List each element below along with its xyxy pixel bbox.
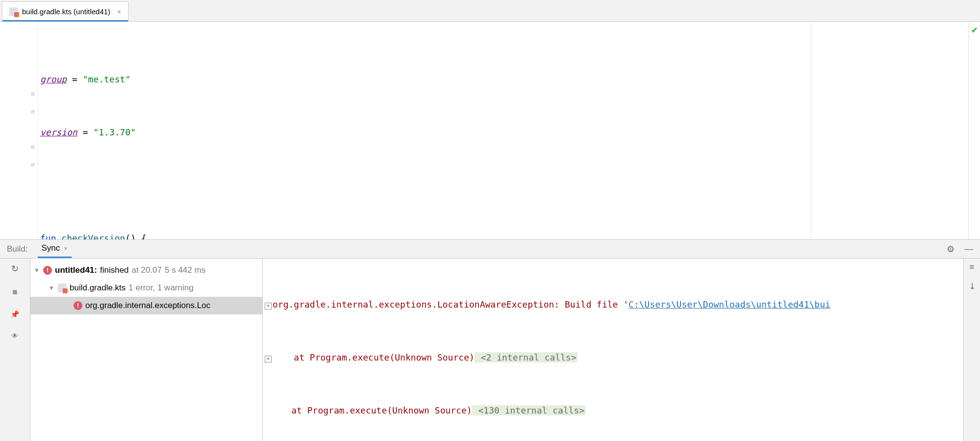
code-line: version = "1.3.70"	[40, 124, 980, 141]
internal-calls-badge: <2 internal calls>	[475, 352, 578, 363]
minimize-panel-icon[interactable]: —	[964, 244, 973, 254]
code-line: group = "me.test"	[40, 71, 980, 88]
expand-icon[interactable]: +	[265, 303, 272, 310]
inspection-gutter[interactable]: ✔	[968, 22, 980, 239]
file-link[interactable]: C:\Users\User\Downloads\untitled41\bui	[628, 299, 830, 310]
right-margin-line	[811, 22, 811, 239]
build-panel-header: Build: Sync × ⚙ —	[0, 240, 980, 259]
fold-handle-icon[interactable]: ⊟	[31, 162, 37, 168]
editor-area: ⊟ ⊟ ⊟ ⊟ group = "me.test" version = "1.3…	[0, 22, 980, 240]
code-line: fun checkVersion() {	[40, 230, 980, 239]
chevron-down-icon[interactable]: ▼	[33, 267, 40, 274]
console-line: +org.gradle.internal.exceptions.Location…	[263, 296, 963, 313]
subtab-close-icon[interactable]: ×	[64, 245, 68, 252]
editor-gutter: ⊟ ⊟ ⊟ ⊟	[0, 22, 38, 239]
tree-file-summary: 1 error, 1 warning	[128, 283, 193, 293]
console-line: at Program.execute(Unknown Source) <130 …	[263, 402, 963, 419]
kotlin-file-icon	[9, 7, 18, 16]
tab-title: build.gradle.kts (untitled41)	[22, 7, 110, 16]
pin-icon[interactable]: 📌	[10, 310, 20, 319]
build-console[interactable]: +org.gradle.internal.exceptions.Location…	[263, 259, 963, 441]
stop-icon[interactable]: ■	[12, 287, 18, 297]
subtab-label: Sync	[42, 243, 60, 253]
tree-file-name: build.gradle.kts	[70, 283, 126, 293]
build-label: Build:	[7, 244, 28, 254]
tree-root-duration: 5 s 442 ms	[165, 265, 205, 275]
tab-close-icon[interactable]: ×	[117, 8, 121, 16]
fold-handle-icon[interactable]: ⊟	[31, 91, 37, 97]
editor-tabbar: build.gradle.kts (untitled41) ×	[0, 0, 980, 22]
refresh-icon[interactable]: ↻	[11, 263, 19, 274]
fold-handle-icon[interactable]: ⊟	[31, 109, 37, 115]
code-editor[interactable]: group = "me.test" version = "1.3.70" fun…	[38, 22, 980, 239]
error-badge-icon: !	[43, 266, 52, 275]
tree-root-status: finished	[100, 265, 129, 275]
chevron-down-icon[interactable]: ▼	[48, 285, 55, 291]
scroll-to-end-icon[interactable]: ⤓	[969, 281, 976, 291]
soft-wrap-icon[interactable]: ≡	[970, 262, 975, 272]
build-tree[interactable]: ▼ ! untitled41: finished at 20.07 5 s 44…	[30, 259, 263, 441]
error-badge-icon: !	[74, 301, 82, 310]
tree-row-file[interactable]: ▼ build.gradle.kts 1 error, 1 warning	[30, 279, 262, 297]
tree-row-root[interactable]: ▼ ! untitled41: finished at 20.07 5 s 44…	[30, 261, 262, 279]
inspection-ok-icon[interactable]: ✔	[971, 26, 978, 239]
tree-exception-text: org.gradle.internal.exceptions.Loc	[85, 301, 210, 311]
internal-calls-badge: <130 internal calls>	[472, 405, 586, 415]
tree-root-name: untitled41:	[55, 265, 97, 275]
console-line: + at Program.execute(Unknown Source) <2 …	[263, 349, 963, 366]
tree-root-time: at 20.07	[132, 265, 162, 275]
fold-handle-icon[interactable]: ⊟	[31, 144, 37, 150]
build-subtab-sync[interactable]: Sync ×	[38, 240, 72, 258]
view-icon[interactable]: 👁	[11, 332, 19, 340]
tab-build-gradle-kts[interactable]: build.gradle.kts (untitled41) ×	[2, 1, 128, 21]
console-toolbar: ≡ ⤓	[963, 259, 980, 441]
build-toolbar: ↻ ■ 📌 👁	[0, 259, 30, 441]
kotlin-file-icon	[58, 284, 67, 292]
code-line	[40, 177, 980, 194]
tree-row-exception[interactable]: ! org.gradle.internal.exceptions.Loc	[30, 297, 262, 314]
settings-gear-icon[interactable]: ⚙	[947, 244, 955, 255]
build-header-actions: ⚙ —	[947, 240, 973, 258]
build-panel-body: ↻ ■ 📌 👁 ▼ ! untitled41: finished at 20.0…	[0, 259, 980, 441]
expand-icon[interactable]: +	[265, 356, 272, 363]
